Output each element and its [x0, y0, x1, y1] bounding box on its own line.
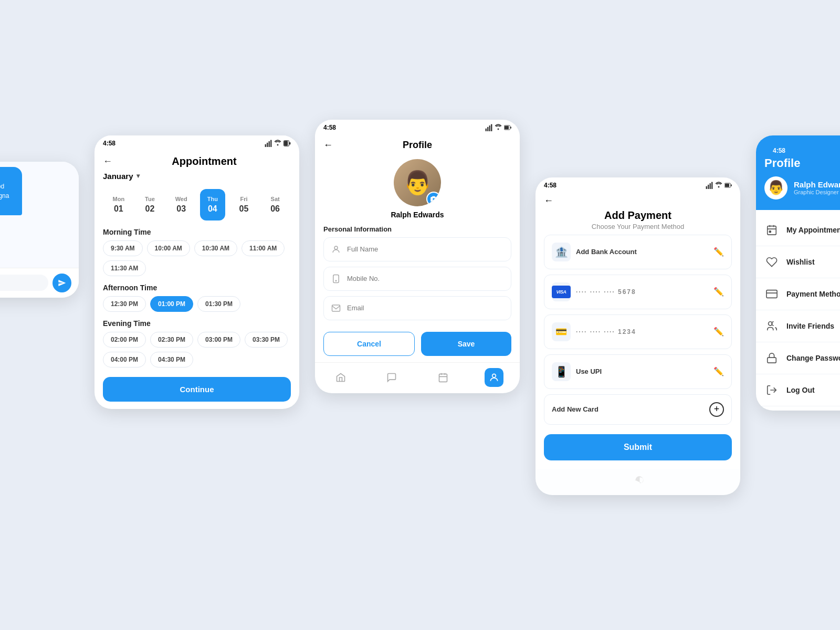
mc-card-icon: 💳: [552, 322, 571, 341]
message-input[interactable]: [0, 275, 48, 291]
nav-chat[interactable]: [382, 368, 401, 387]
invite-friends-icon: [764, 319, 779, 333]
status-bar-profile: 4:58: [315, 120, 520, 133]
appointment-header: ← Appointment: [94, 149, 299, 167]
form-actions: Cancel Save: [315, 326, 520, 362]
month-selector[interactable]: January ▾: [94, 167, 299, 185]
message-time: 10:34: [0, 217, 22, 223]
send-button[interactable]: [52, 274, 71, 292]
slot-1100[interactable]: 11:00 AM: [242, 240, 285, 256]
payment-option-mc1234[interactable]: 💳 ···· ···· ···· 1234 ✏️: [544, 314, 732, 349]
profile-edit-screen: 4:58 ← Profile 👨 Ralph Edwards Personal …: [315, 120, 520, 393]
slot-930[interactable]: 9:30 AM: [103, 240, 143, 256]
mc-edit-icon[interactable]: ✏️: [713, 327, 724, 337]
upi-edit-icon[interactable]: ✏️: [713, 366, 724, 376]
payment-option-visa5678[interactable]: VISA ···· ···· ···· 5678 ✏️: [544, 275, 732, 309]
avatar-wrapper: 👨 Ralph Edwards: [315, 151, 520, 223]
visa-card-number: ···· ···· ···· 5678: [576, 288, 636, 296]
mobile-input[interactable]: [347, 275, 503, 282]
slot-0330[interactable]: 03:30 PM: [245, 332, 288, 348]
submit-button[interactable]: Submit: [544, 434, 732, 460]
svg-rect-5: [265, 144, 266, 146]
status-icons: [265, 140, 291, 147]
slot-1000[interactable]: 10:00 AM: [147, 240, 190, 256]
appointments-label: My Appointments: [786, 226, 840, 234]
bank-edit-icon[interactable]: ✏️: [713, 247, 724, 257]
evening-slots: 02:00 PM 02:30 PM 03:00 PM 03:30 PM 04:0…: [103, 332, 291, 368]
slot-0130[interactable]: 01:30 PM: [197, 296, 240, 312]
full-name-input[interactable]: [347, 245, 503, 253]
invite-label: Invite Friends: [786, 322, 840, 330]
visa-edit-icon[interactable]: ✏️: [713, 287, 724, 297]
password-label: Change Password: [786, 354, 840, 362]
user-details: Ralph Edwards Graphic Designer: [794, 180, 840, 195]
add-card-option[interactable]: Add New Card +: [544, 394, 732, 425]
svg-rect-24: [332, 305, 340, 311]
menu-item-invite[interactable]: Invite Friends ›: [756, 310, 840, 342]
bank-option-left: 🏦 Add Bank Account: [552, 243, 637, 261]
menu-item-payment[interactable]: Payment Method ›: [756, 278, 840, 310]
full-name-field[interactable]: [323, 237, 511, 261]
status-time-appt: 4:58: [103, 140, 116, 147]
nav-profile[interactable]: [485, 368, 503, 387]
status-time-menu: 4:58: [773, 147, 785, 154]
menu-item-wishlist[interactable]: Wishlist ›: [756, 246, 840, 278]
wishlist-icon: [764, 255, 779, 269]
svg-rect-13: [486, 128, 487, 131]
profile-menu-header: 4:58 Profile 🔔 👨 Ralph Edwards Graphic D…: [756, 135, 840, 210]
add-card-icon[interactable]: +: [709, 402, 724, 417]
nav-calendar[interactable]: [434, 368, 453, 387]
cancel-button[interactable]: Cancel: [323, 332, 415, 356]
payment-option-upi[interactable]: 📱 Use UPI ✏️: [544, 354, 732, 389]
slot-1030[interactable]: 10:30 AM: [194, 240, 237, 256]
mobile-field[interactable]: [323, 267, 511, 291]
slot-0100-active[interactable]: 01:00 PM: [150, 296, 193, 312]
day-cell-wed[interactable]: Wed 03: [169, 189, 194, 220]
submit-section: Submit: [536, 430, 740, 469]
svg-rect-12: [289, 142, 290, 144]
continue-button[interactable]: Continue: [103, 377, 291, 402]
status-bar-appt: 4:58: [94, 135, 299, 149]
payment-title: Add Payment: [536, 206, 740, 223]
save-button[interactable]: Save: [421, 332, 511, 356]
change-photo-button[interactable]: [426, 192, 441, 206]
back-button-profile[interactable]: ←: [323, 140, 333, 151]
upi-label: Use UPI: [576, 368, 602, 375]
menu-item-appointments[interactable]: My Appointments ›: [756, 214, 840, 246]
svg-rect-8: [270, 140, 271, 146]
svg-point-23: [335, 280, 337, 281]
svg-point-21: [334, 246, 338, 249]
day-cell-sat[interactable]: Sat 06: [262, 189, 288, 220]
slot-1230[interactable]: 12:30 PM: [103, 296, 146, 312]
menu-user-name: Ralph Edwards: [794, 180, 840, 189]
slot-0200[interactable]: 02:00 PM: [103, 332, 146, 348]
status-bar-payment: 4:58: [536, 177, 740, 191]
back-button-payment[interactable]: ←: [544, 195, 553, 206]
day-cell-mon[interactable]: Mon 01: [106, 189, 131, 220]
morning-slots: 9:30 AM 10:00 AM 10:30 AM 11:00 AM 11:30…: [103, 240, 291, 276]
svg-rect-19: [505, 125, 509, 129]
email-input[interactable]: [347, 304, 503, 312]
svg-rect-49: [768, 358, 776, 363]
nav-home[interactable]: [331, 368, 350, 387]
afternoon-label: Afternoon Time: [103, 284, 291, 292]
slot-0400[interactable]: 04:00 PM: [103, 352, 146, 368]
svg-rect-16: [491, 124, 492, 131]
chat-screen: Lorem ipsum dolor sit amet, consectetur …: [0, 162, 79, 298]
slot-0230[interactable]: 02:30 PM: [150, 332, 193, 348]
menu-item-password[interactable]: Change Password ›: [756, 342, 840, 374]
upi-option-left: 📱 Use UPI: [552, 362, 602, 381]
appointment-title: Appointment: [118, 155, 291, 167]
back-button-appt[interactable]: ←: [103, 156, 112, 167]
email-field[interactable]: [323, 296, 511, 320]
day-cell-thu-active[interactable]: Thu 04: [200, 189, 225, 220]
slot-0430[interactable]: 04:30 PM: [150, 352, 193, 368]
day-cell-tue[interactable]: Tue 02: [137, 189, 162, 220]
day-cell-fri[interactable]: Fri 05: [231, 189, 256, 220]
slot-0300[interactable]: 03:00 PM: [197, 332, 240, 348]
payment-option-bank[interactable]: 🏦 Add Bank Account ✏️: [544, 235, 732, 269]
slot-1130[interactable]: 11:30 AM: [103, 260, 146, 276]
typing-time: 10:35: [0, 258, 72, 264]
menu-item-logout[interactable]: Log Out ›: [756, 374, 840, 406]
svg-rect-47: [766, 290, 777, 298]
